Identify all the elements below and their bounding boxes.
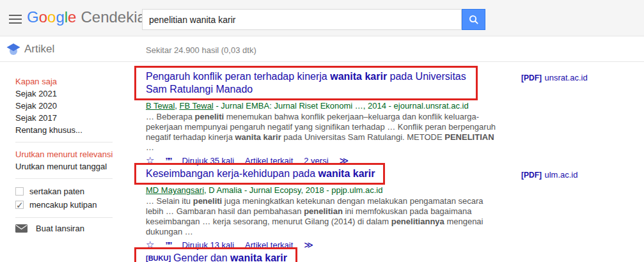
sidebar-item-urutkan-menurut-tanggal[interactable]: Urutkan menurut tanggal [15, 160, 119, 173]
scholar-cap-icon [6, 43, 20, 56]
top-bar: GoogleCendekia [0, 0, 644, 36]
checkbox-checked-icon[interactable] [15, 201, 24, 209]
checkbox-label: sertakan paten [29, 185, 84, 198]
search-result: Pengaruh konflik peran terhadap kinerja … [146, 63, 504, 166]
section-label: Artikel [24, 43, 54, 56]
result-type-tag: [BUKU] [146, 254, 171, 262]
search-button[interactable] [462, 9, 485, 30]
checkbox-label: mencakup kutipan [29, 198, 97, 212]
filters-sidebar: Kapan sajaSejak 2021Sejak 2020Sejak 2017… [0, 63, 128, 233]
logo-letter: g [56, 8, 64, 26]
create-alert-button[interactable]: Buat lansiran [15, 224, 128, 233]
result-byline: B Tewal, FB Tewal - Jurnal EMBA: Jurnal … [146, 101, 504, 111]
pdf-domain: ulm.ac.id [544, 170, 577, 180]
sort-option-list: Urutkan menurut relevansiUrutkan menurut… [15, 148, 128, 173]
result-byline: MD Mayangsari, D Amalia - Jurnal Ecopsy,… [146, 185, 504, 196]
pdf-tag: [PDF] [521, 171, 542, 180]
sidebar-item-rentang-khusus[interactable]: Rentang khusus... [15, 124, 119, 136]
google-scholar-logo[interactable]: GoogleCendekia [27, 8, 146, 26]
sidebar-item-sejak-2021[interactable]: Sejak 2021 [15, 88, 119, 100]
pdf-link[interactable]: [PDF] unsrat.ac.id [521, 72, 588, 83]
results-toolbar: Artikel Sekitar 24.900 hasil (0,03 dtk) [0, 37, 644, 62]
search-result: Keseimbangan kerja-kehidupan pada wanita… [146, 160, 504, 250]
date-filter-list: Kapan sajaSejak 2021Sejak 2020Sejak 2017… [15, 75, 128, 136]
annotation-box: [BUKU]Gender dan wanita karir [134, 247, 297, 262]
sidebar-item-kapan-saja[interactable]: Kapan saja [15, 75, 119, 88]
pdf-link[interactable]: [PDF] ulm.ac.id [521, 169, 577, 180]
sidebar-item-sejak-2020[interactable]: Sejak 2020 [15, 100, 119, 112]
logo-letter: G [27, 8, 39, 26]
search-input[interactable] [142, 9, 462, 30]
annotation-box: Pengaruh konflik peran terhadap kinerja … [134, 66, 478, 100]
google-wordmark: Google [27, 8, 76, 26]
sidebar-item-urutkan-menurut-relevansi[interactable]: Urutkan menurut relevansi [15, 148, 119, 160]
search-icon [468, 14, 480, 26]
search-result: [BUKU]Gender dan wanita karir A Utaminin… [146, 244, 504, 262]
divider [15, 178, 113, 179]
result-title-link[interactable]: Keseimbangan kerja-kehidupan pada wanita… [146, 168, 375, 179]
annotation-box: Keseimbangan kerja-kehidupan pada wanita… [134, 163, 385, 185]
logo-letter: e [68, 8, 76, 26]
checkbox-row-sertakan-paten[interactable]: sertakan paten [15, 185, 128, 198]
results-list: Pengaruh konflik peran terhadap kinerja … [146, 63, 504, 262]
pdf-domain: unsrat.ac.id [544, 73, 587, 82]
create-alert-label: Buat lansiran [36, 224, 84, 233]
logo-letter: o [39, 8, 47, 26]
logo-letter: o [47, 8, 56, 26]
divider [15, 142, 113, 143]
checkbox-unchecked-icon[interactable] [15, 187, 24, 196]
sidebar-item-sejak-2017[interactable]: Sejak 2017 [15, 112, 119, 124]
checkbox-row-mencakup-kutipan[interactable]: mencakup kutipan [15, 198, 128, 212]
checkbox-list: sertakan patenmencakup kutipan [15, 185, 128, 212]
result-snippet: … Selain itu peneliti juga meningkatkan … [146, 196, 501, 237]
result-title-link[interactable]: Gender dan wanita karir [173, 252, 287, 262]
logo-product-name: Cendekia [81, 8, 145, 26]
envelope-icon [15, 224, 27, 233]
menu-icon[interactable] [9, 15, 22, 24]
pdf-tag: [PDF] [521, 73, 542, 82]
result-title-link[interactable]: Pengaruh konflik peran terhadap kinerja … [146, 71, 466, 95]
result-snippet: … Beberapa peneliti menemukan bahwa konf… [146, 112, 501, 153]
results-stats: Sekitar 24.900 hasil (0,03 dtk) [146, 45, 256, 55]
divider [15, 217, 113, 218]
